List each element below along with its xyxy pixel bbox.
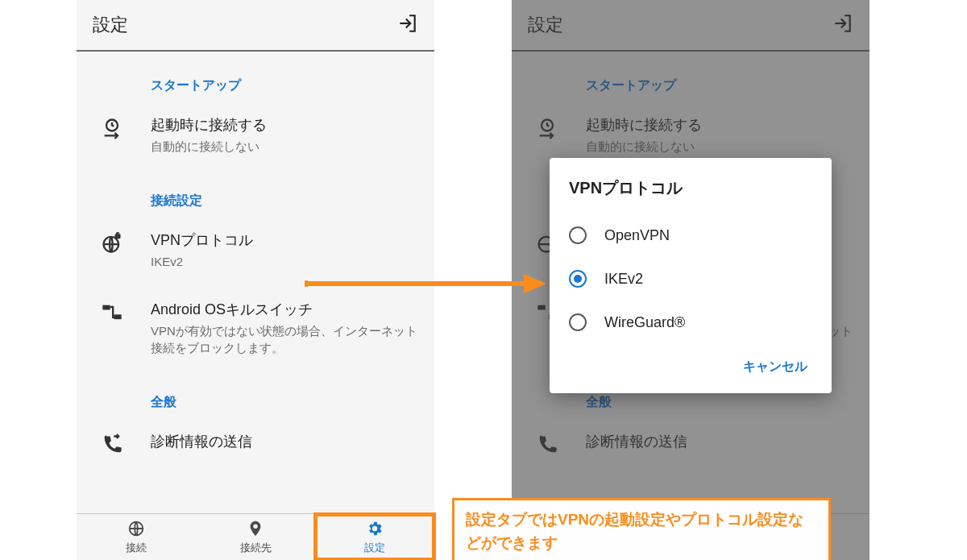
- phone-forward-icon: [93, 432, 131, 456]
- row-kill-switch[interactable]: Android OSキルスイッチ VPNが有効ではない状態の場合、インターネット…: [77, 285, 434, 372]
- phone-forward-icon: [528, 432, 567, 456]
- option-label: IKEv2: [604, 271, 643, 288]
- globe-lock-icon: [93, 230, 131, 255]
- svg-rect-3: [102, 305, 110, 309]
- page-title: 設定: [93, 13, 388, 37]
- radio-icon: [569, 270, 587, 288]
- radio-icon: [569, 226, 587, 244]
- vpn-protocol-subtitle: IKEv2: [151, 253, 418, 271]
- row-connect-on-boot[interactable]: 起動時に接続する 自動的に接続しない: [77, 101, 434, 170]
- cancel-button[interactable]: キャンセル: [738, 351, 812, 384]
- section-general: 全般: [77, 371, 434, 417]
- gear-icon: [366, 520, 384, 539]
- vpn-protocol-title: VPNプロトコル: [151, 230, 418, 250]
- exit-icon[interactable]: [832, 13, 853, 37]
- kill-switch-subtitle: VPNが有効ではない状態の場合、インターネット接続をブロックします。: [151, 322, 418, 358]
- phone-settings-dialog: 設定 スタートアップ 起動時に接続する 自動的に接続しない 接続設定 VPNプロ…: [512, 0, 869, 560]
- nav-connect-label: 接続: [126, 541, 147, 555]
- clock-arrow-icon: [93, 115, 131, 139]
- exit-icon[interactable]: [397, 13, 418, 37]
- pin-icon: [247, 520, 264, 539]
- nav-locations[interactable]: 接続先: [196, 514, 315, 560]
- connect-on-boot-title: 起動時に接続する: [151, 115, 418, 135]
- diagnostics-title: 診断情報の送信: [151, 432, 418, 451]
- nav-settings[interactable]: 設定: [315, 514, 434, 560]
- phone-settings: 設定 スタートアップ 起動時に接続する 自動的に接続しない 接続設定 VPNプロ…: [77, 0, 434, 560]
- globe-icon: [127, 520, 145, 539]
- section-connection: 接続設定: [77, 170, 434, 216]
- option-openvpn[interactable]: OpenVPN: [569, 214, 812, 257]
- row-vpn-protocol[interactable]: VPNプロトコル IKEv2: [77, 216, 434, 285]
- vpn-protocol-dialog: VPNプロトコル OpenVPN IKEv2 WireGuard® キャンセル: [550, 158, 832, 393]
- nav-settings-label: 設定: [364, 541, 385, 555]
- svg-rect-2: [115, 234, 121, 239]
- settings-content: スタートアップ 起動時に接続する 自動的に接続しない 接続設定 VPNプロトコル…: [77, 52, 434, 513]
- clock-arrow-icon: [528, 115, 567, 139]
- radio-icon: [569, 313, 587, 331]
- dialog-title: VPNプロトコル: [569, 177, 812, 199]
- row-diagnostics[interactable]: 診断情報の送信: [77, 417, 434, 471]
- option-label: WireGuard®: [604, 314, 685, 331]
- kill-switch-title: Android OSキルスイッチ: [151, 300, 418, 319]
- topbar: 設定: [512, 0, 869, 52]
- page-title: 設定: [528, 13, 823, 37]
- row-diagnostics[interactable]: 診断情報の送信: [512, 417, 869, 471]
- option-label: OpenVPN: [604, 227, 670, 244]
- nav-locations-label: 接続先: [240, 541, 272, 555]
- section-startup: スタートアップ: [512, 55, 869, 101]
- option-ikev2[interactable]: IKEv2: [569, 257, 812, 301]
- option-wireguard[interactable]: WireGuard®: [569, 301, 812, 344]
- bottom-nav: 接続 接続先 設定: [77, 513, 434, 560]
- nav-connect[interactable]: 接続: [77, 514, 196, 560]
- annotation-caption: 設定タブではVPNの起動設定やプロトコル設定などができます: [452, 498, 831, 560]
- network-block-icon: [93, 300, 131, 324]
- svg-rect-8: [537, 305, 545, 309]
- topbar: 設定: [77, 0, 434, 52]
- section-startup: スタートアップ: [77, 55, 434, 101]
- connect-on-boot-subtitle: 自動的に接続しない: [151, 138, 418, 156]
